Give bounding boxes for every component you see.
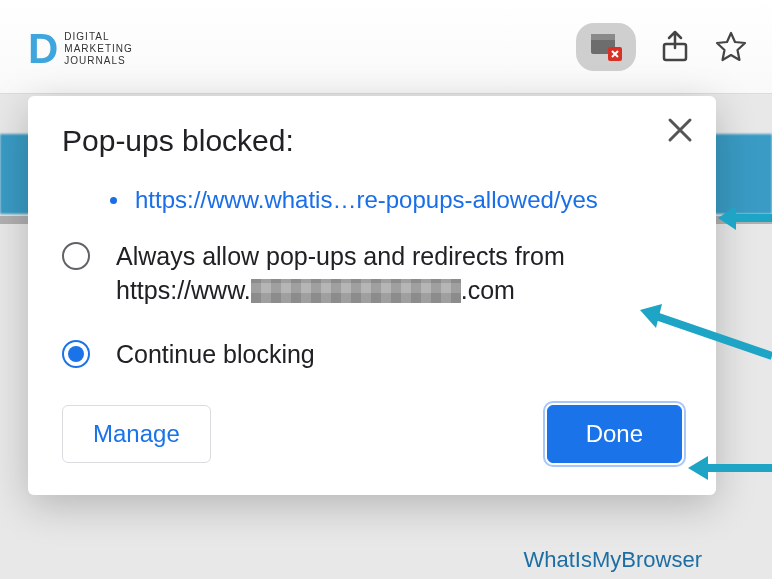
- annotation-arrow-1: [718, 198, 772, 238]
- close-icon: [664, 114, 696, 146]
- annotation-arrow-3: [688, 448, 772, 488]
- option-always-allow[interactable]: Always allow pop-ups and redirects from …: [62, 240, 682, 308]
- blocked-url-item[interactable]: https://www.whatis…re-popups-allowed/yes: [110, 186, 682, 214]
- share-icon: [660, 30, 690, 64]
- popup-blocked-icon: [590, 33, 622, 61]
- option-block-label: Continue blocking: [116, 338, 315, 372]
- watermark-logo: D DIGITAL MARKETING JOURNALS: [28, 28, 133, 70]
- bookmark-star-button[interactable]: [714, 30, 748, 64]
- watermark-text: DIGITAL MARKETING JOURNALS: [64, 31, 132, 67]
- blocked-url-link[interactable]: https://www.whatis…re-popups-allowed/yes: [135, 186, 598, 214]
- radio-block[interactable]: [62, 340, 90, 368]
- annotation-arrow-2: [632, 300, 772, 360]
- watermark-d-icon: D: [28, 28, 58, 70]
- option-allow-label: Always allow pop-ups and redirects from …: [116, 240, 565, 308]
- star-icon: [714, 30, 748, 64]
- popup-options: Always allow pop-ups and redirects from …: [62, 240, 682, 371]
- popup-blocked-dialog: Pop-ups blocked: https://www.whatis…re-p…: [28, 96, 716, 495]
- manage-button[interactable]: Manage: [62, 405, 211, 463]
- dialog-title: Pop-ups blocked:: [62, 124, 682, 158]
- done-button[interactable]: Done: [547, 405, 682, 463]
- popup-blocked-indicator[interactable]: [576, 23, 636, 71]
- bullet-icon: [110, 197, 117, 204]
- svg-rect-1: [591, 34, 615, 40]
- blocked-url-list: https://www.whatis…re-popups-allowed/yes: [110, 186, 682, 214]
- share-button[interactable]: [658, 30, 692, 64]
- radio-allow[interactable]: [62, 242, 90, 270]
- redacted-domain: [251, 279, 461, 303]
- option-continue-blocking[interactable]: Continue blocking: [62, 338, 682, 372]
- close-button[interactable]: [664, 114, 696, 146]
- page-footer-hint: WhatIsMyBrowser: [524, 547, 702, 573]
- dialog-button-row: Manage Done: [62, 405, 682, 463]
